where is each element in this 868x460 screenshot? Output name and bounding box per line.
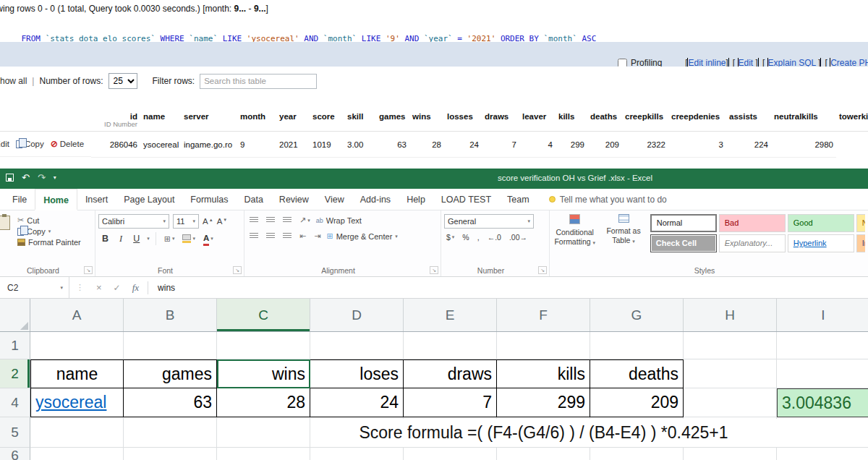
column-header[interactable]: H bbox=[684, 299, 777, 331]
column-header[interactable]: E bbox=[404, 299, 497, 331]
column-header[interactable]: C bbox=[217, 299, 310, 331]
cell[interactable]: ysocereal bbox=[30, 388, 124, 417]
row-header[interactable]: 1 bbox=[0, 332, 30, 359]
font-size-select[interactable]: 11▾ bbox=[173, 214, 199, 229]
column-header[interactable]: server bbox=[181, 106, 237, 132]
column-header[interactable]: towerkills bbox=[836, 106, 868, 132]
underline-button[interactable]: U bbox=[129, 233, 143, 244]
cut-button[interactable]: ✂Cut bbox=[17, 216, 81, 225]
bold-button[interactable]: B bbox=[98, 233, 112, 244]
cell[interactable] bbox=[310, 448, 404, 460]
cell[interactable] bbox=[777, 417, 868, 448]
wrap-text-button[interactable]: abWrap Text bbox=[316, 216, 362, 225]
column-header[interactable]: creepkills bbox=[622, 106, 668, 132]
cell[interactable]: deaths bbox=[590, 359, 684, 388]
cell[interactable] bbox=[404, 448, 497, 460]
column-header[interactable]: month bbox=[237, 106, 276, 132]
tell-me-box[interactable]: Tell me what you want to do bbox=[549, 189, 667, 210]
result-cell[interactable]: 28 bbox=[409, 132, 444, 158]
cell[interactable] bbox=[497, 332, 590, 359]
cell[interactable] bbox=[124, 448, 217, 460]
cell[interactable] bbox=[684, 388, 777, 417]
cell[interactable] bbox=[30, 332, 124, 359]
cell[interactable] bbox=[777, 359, 868, 388]
row-header[interactable]: 5 bbox=[0, 417, 30, 448]
cell[interactable]: games bbox=[124, 359, 217, 388]
rows-per-page-select[interactable]: 25 bbox=[109, 73, 137, 89]
font-color-button[interactable]: A▾ bbox=[201, 233, 216, 244]
result-cell[interactable]: 63 bbox=[376, 132, 409, 158]
fill-color-button[interactable]: ▾ bbox=[180, 234, 197, 243]
cell[interactable] bbox=[777, 448, 868, 460]
ribbon-tab[interactable]: Add-ins bbox=[352, 189, 399, 210]
result-cell[interactable]: 4 bbox=[519, 132, 556, 158]
column-header[interactable]: games bbox=[376, 106, 409, 132]
formula-bar-value[interactable]: wins bbox=[151, 283, 175, 293]
cell[interactable] bbox=[497, 417, 590, 448]
clipboard-dialog-launcher[interactable]: ↘ bbox=[84, 266, 93, 274]
cell[interactable] bbox=[124, 417, 217, 448]
cell-style-option[interactable]: Check Cell bbox=[650, 234, 717, 252]
copy-button[interactable]: Copy▾ bbox=[17, 227, 81, 236]
result-cell[interactable]: 1019 bbox=[310, 132, 344, 158]
cell[interactable] bbox=[404, 417, 497, 448]
result-cell[interactable]: ysocereal bbox=[140, 132, 181, 158]
italic-button[interactable]: I bbox=[116, 233, 126, 245]
cell[interactable] bbox=[590, 417, 684, 448]
align-right-button[interactable] bbox=[281, 231, 294, 241]
cell[interactable]: wins bbox=[217, 359, 310, 388]
formula-bar-handle[interactable]: ⋮ bbox=[69, 283, 90, 292]
cell-style-option[interactable]: Neutral bbox=[856, 214, 865, 232]
align-left-button[interactable] bbox=[247, 231, 260, 241]
redo-icon[interactable]: ↷ bbox=[38, 173, 46, 182]
column-header[interactable]: B bbox=[124, 299, 217, 331]
increase-font-size-button[interactable]: A▲ bbox=[203, 217, 213, 226]
result-cell[interactable]: 9 bbox=[237, 132, 276, 158]
bottom-align-button[interactable] bbox=[281, 216, 294, 225]
cell[interactable]: 209 bbox=[590, 388, 684, 417]
cancel-icon[interactable]: × bbox=[90, 282, 108, 293]
column-header[interactable]: F bbox=[497, 299, 590, 331]
insert-function-icon[interactable]: fx bbox=[127, 282, 145, 294]
cell[interactable] bbox=[217, 332, 310, 359]
cell[interactable] bbox=[777, 332, 868, 359]
cell[interactable] bbox=[404, 332, 497, 359]
comma-style-button[interactable]: , bbox=[475, 232, 482, 242]
result-cell[interactable]: 2980 bbox=[771, 132, 836, 158]
format-as-table-button[interactable]: Format as Table ▾ bbox=[601, 214, 645, 245]
cell[interactable]: draws bbox=[404, 359, 497, 388]
number-dialog-launcher[interactable]: ↘ bbox=[538, 266, 547, 274]
cell[interactable]: kills bbox=[497, 359, 590, 388]
cell[interactable]: 28 bbox=[217, 388, 310, 417]
column-header[interactable]: idID Number bbox=[91, 106, 140, 132]
result-cell[interactable]: 7 bbox=[482, 132, 519, 158]
column-header[interactable]: I bbox=[777, 299, 868, 331]
ribbon-tab[interactable]: Home bbox=[35, 189, 77, 210]
result-cell[interactable]: 2021 bbox=[276, 132, 310, 158]
cell[interactable] bbox=[684, 359, 777, 388]
cell[interactable] bbox=[497, 448, 590, 460]
ribbon-tab[interactable]: File bbox=[4, 189, 35, 210]
increase-indent-button[interactable]: ⇥ bbox=[312, 230, 323, 242]
column-header[interactable]: year bbox=[276, 106, 310, 132]
cell[interactable]: 299 bbox=[497, 388, 590, 417]
result-cell[interactable]: 299 bbox=[556, 132, 587, 158]
column-header[interactable]: neutralkills bbox=[771, 106, 836, 132]
delete-row-link[interactable]: ⊘Delete bbox=[51, 139, 84, 149]
alignment-dialog-launcher[interactable]: ↘ bbox=[430, 266, 438, 274]
ribbon-tab[interactable]: Page Layout bbox=[116, 189, 182, 210]
cell-style-option[interactable]: Normal bbox=[650, 214, 717, 232]
ribbon-tab[interactable]: Formulas bbox=[182, 189, 236, 210]
result-cell[interactable]: 3 bbox=[668, 132, 726, 158]
column-header[interactable]: draws bbox=[482, 106, 519, 132]
result-cell[interactable]: 286046 bbox=[91, 132, 140, 158]
result-cell[interactable]: 209 bbox=[587, 132, 622, 158]
edit-row-link[interactable]: ✎Edit bbox=[0, 139, 9, 149]
column-header[interactable]: G bbox=[590, 299, 684, 331]
orientation-button[interactable]: ↗▾ bbox=[297, 214, 312, 226]
cell-style-option[interactable]: Bad bbox=[719, 214, 786, 232]
ribbon-tab[interactable]: LOAD TEST bbox=[433, 189, 499, 210]
copy-row-link[interactable]: Copy bbox=[16, 140, 44, 148]
cell[interactable] bbox=[590, 332, 684, 359]
cell[interactable] bbox=[30, 417, 124, 448]
